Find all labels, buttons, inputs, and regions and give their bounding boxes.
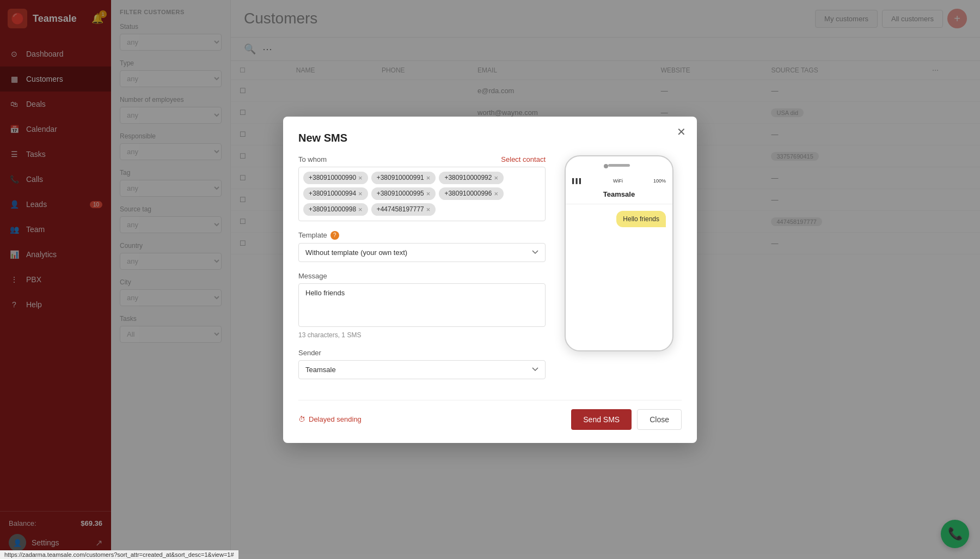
phone-camera bbox=[604, 164, 608, 168]
message-label: Message bbox=[298, 272, 546, 280]
recipient-tag: +380910000996 × bbox=[439, 187, 504, 200]
delayed-sending-link[interactable]: ⏱ Delayed sending bbox=[298, 415, 362, 423]
phone-outer: ▌▌▌ WiFi 100% Teamsale Hello friends bbox=[565, 155, 673, 351]
char-count: 13 characters, 1 SMS bbox=[298, 331, 546, 339]
remove-recipient-icon[interactable]: × bbox=[358, 190, 363, 198]
to-whom-label: To whom Select contact bbox=[298, 155, 546, 163]
template-label: Template ? bbox=[298, 231, 546, 240]
phone-status-bar: ▌▌▌ WiFi 100% bbox=[566, 178, 672, 184]
sender-select[interactable]: Teamsale bbox=[298, 360, 546, 379]
select-contact-link[interactable]: Select contact bbox=[501, 155, 546, 163]
form-row-template: Template ? Without template (your own te… bbox=[298, 231, 546, 262]
message-textarea[interactable]: Hello friends bbox=[298, 283, 546, 327]
modal-footer: ⏱ Delayed sending Send SMS Close bbox=[298, 400, 682, 430]
wifi-icon: WiFi bbox=[613, 178, 623, 184]
remove-recipient-icon[interactable]: × bbox=[358, 174, 363, 182]
modal-body: To whom Select contact +380910000990 × +… bbox=[298, 155, 682, 389]
modal-title: New SMS bbox=[298, 132, 682, 144]
recipient-tag: +380910000998 × bbox=[303, 203, 368, 216]
recipient-tag: +380910000991 × bbox=[371, 172, 436, 184]
form-row-message: Message Hello friends 13 characters, 1 S… bbox=[298, 272, 546, 339]
phone-speaker bbox=[608, 164, 630, 167]
remove-recipient-icon[interactable]: × bbox=[358, 205, 363, 214]
new-sms-modal: ✕ New SMS To whom Select contact +380910… bbox=[283, 117, 697, 443]
recipient-tag: +380910000995 × bbox=[371, 187, 436, 200]
modal-overlay[interactable]: ✕ New SMS To whom Select contact +380910… bbox=[0, 0, 980, 559]
remove-recipient-icon[interactable]: × bbox=[426, 174, 431, 182]
phone-app-name: Teamsale bbox=[566, 187, 672, 204]
recipient-tag: +380910000994 × bbox=[303, 187, 368, 200]
sender-label: Sender bbox=[298, 349, 546, 357]
form-row-recipients: To whom Select contact +380910000990 × +… bbox=[298, 155, 546, 221]
remove-recipient-icon[interactable]: × bbox=[426, 190, 431, 198]
close-button[interactable]: Close bbox=[637, 409, 682, 430]
signal-icon: ▌▌▌ bbox=[572, 178, 583, 184]
template-select[interactable]: Without template (your own text) bbox=[298, 243, 546, 262]
close-icon[interactable]: ✕ bbox=[677, 125, 686, 138]
form-row-sender: Sender Teamsale bbox=[298, 349, 546, 379]
remove-recipient-icon[interactable]: × bbox=[494, 190, 498, 198]
clock-icon: ⏱ bbox=[298, 415, 305, 423]
modal-form: To whom Select contact +380910000990 × +… bbox=[298, 155, 546, 389]
template-help-icon[interactable]: ? bbox=[330, 231, 339, 240]
recipients-box: +380910000990 × +380910000991 × +3809100… bbox=[298, 167, 546, 221]
phone-message-bubble: Hello friends bbox=[616, 211, 666, 227]
battery-icon: 100% bbox=[653, 178, 666, 184]
remove-recipient-icon[interactable]: × bbox=[494, 174, 498, 182]
recipient-tag: +380910000990 × bbox=[303, 172, 368, 184]
recipient-tag: +380910000992 × bbox=[439, 172, 504, 184]
status-bar: https://zadarma.teamsale.com/customers?s… bbox=[0, 550, 238, 559]
phone-mockup: ▌▌▌ WiFi 100% Teamsale Hello friends bbox=[556, 155, 682, 389]
recipient-tag: +447458197777 × bbox=[371, 203, 436, 216]
remove-recipient-icon[interactable]: × bbox=[426, 205, 431, 214]
modal-footer-buttons: Send SMS Close bbox=[571, 409, 682, 430]
send-sms-button[interactable]: Send SMS bbox=[571, 409, 632, 430]
